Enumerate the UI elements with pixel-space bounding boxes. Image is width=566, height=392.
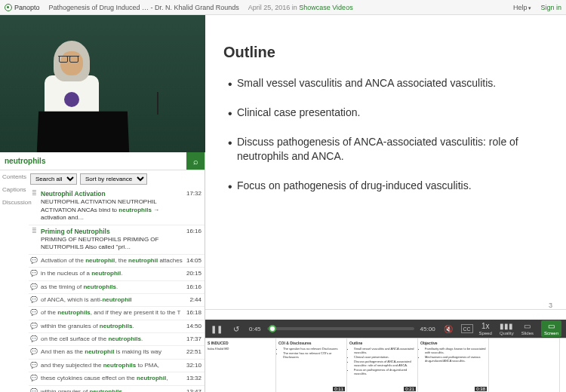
thumbnail[interactable]: S INDUCEDhaba Khalid MD [205,338,276,392]
help-menu[interactable]: Help [513,4,531,11]
slides-control[interactable]: ▭Slides [521,322,534,335]
speaker-video[interactable] [0,15,205,152]
thumbnail[interactable]: COI & DisclosuresThe speaker has no rele… [276,338,347,392]
slide-thumbnails[interactable]: S INDUCEDhaba Khalid MDCOI & Disclosures… [205,338,566,392]
caption-icon: 💬 [30,309,38,317]
thumbnail[interactable]: ObjectiveFamiliarity with drugs known to… [418,338,489,392]
search-result[interactable]: 💬as the timing of neutrophils.16:16 [29,281,205,294]
caption-icon: 💬 [30,375,38,382]
search-result[interactable]: 💬and they subjected the neutrophils to P… [29,360,205,372]
bars-icon: ▮▮▮ [500,322,513,330]
search-result[interactable]: 💬in the nucleus of a neutrophil.20:15 [29,268,205,280]
quality-control[interactable]: ▮▮▮Quality [500,322,514,335]
total-time: 45:00 [420,326,435,332]
right-panel: Outline Small vessel vasculitis and ANCA… [205,15,566,392]
volume-button[interactable]: 🔇 [441,322,455,335]
signin-link[interactable]: Sign in [540,4,561,11]
header-bar: Panopto Pathogenesis of Drug Induced … -… [0,0,566,15]
seek-thumb[interactable] [269,325,276,332]
back10-button[interactable]: ↺ [229,322,243,335]
search-result[interactable]: 💬within the granules of neutrophils.14:5… [29,320,205,333]
sort-select[interactable]: Sort by relevance [80,173,147,185]
seek-bar[interactable] [267,327,414,330]
tab-contents[interactable]: Contents [0,173,29,180]
search-row: ⌕ [0,152,205,170]
tab-captions[interactable]: Captions [0,186,29,193]
caption-icon: 💬 [30,283,38,291]
slide-bullet: Small vessel vasculitis and ANCA associa… [223,76,548,90]
slide-bullet: Clinical case presentation. [223,106,548,120]
search-scope-select[interactable]: Search all [30,173,77,185]
search-result[interactable]: 💬on the cell surface of the neutrophils.… [29,333,205,346]
caption-icon: 💬 [30,388,38,392]
brand-logo[interactable]: Panopto [5,4,40,11]
left-panel: ⌕ Contents Captions Discussion Search al… [0,15,205,392]
slide-bullet: Focus on pathogenesis of drug-induced va… [223,179,548,193]
caption-icon: 💬 [30,270,38,277]
search-result[interactable]: 💬of the neutrophils, and if they are pre… [29,307,205,320]
slide-bullets: Small vessel vasculitis and ANCA associa… [223,76,548,192]
slides-icon: ▭ [524,322,531,330]
slide-view[interactable]: Outline Small vessel vasculitis and ANCA… [205,15,566,320]
recording-date: April 25, 2016 in Showcase Videos [248,4,353,11]
screen-control[interactable]: ▭Screen [541,320,561,337]
thumbnail[interactable]: OutlineSmall vessel vasculitis and ANCA … [347,338,418,392]
search-icon: ⌕ [193,157,198,166]
main-area: ⌕ Contents Captions Discussion Search al… [0,15,566,392]
caption-icon: 💬 [30,348,38,356]
side-tabs: Contents Captions Discussion [0,170,29,392]
slide-icon: ≣ [30,228,38,252]
pause-button[interactable]: ❚❚ [210,322,223,335]
caption-icon: 💬 [30,362,38,369]
search-button[interactable]: ⌕ [186,152,205,170]
caption-icon: 💬 [30,323,38,330]
filter-row: Search all Sort by relevance [29,170,205,188]
current-time: 0:45 [249,326,261,332]
brand-text: Panopto [14,4,40,11]
panopto-icon [5,4,12,11]
search-result[interactable]: 💬And then as the neutrophil is making it… [29,346,205,359]
slide-icon: ≣ [30,190,38,222]
search-results[interactable]: ≣Neutrophil ActivationNEUTROPHIL ACTIVAT… [29,188,205,392]
search-input[interactable] [0,152,186,170]
caption-icon: 💬 [30,296,38,304]
caption-icon: 💬 [30,257,38,265]
thumbnail[interactable] [489,338,560,392]
page-title: Pathogenesis of Drug Induced … - Dr. N. … [49,4,239,11]
player-controls: ❚❚ ↺ 0:45 45:00 🔇 CC 1xSpeed ▮▮▮Quality … [205,320,566,338]
top-result[interactable]: ≣Priming of NeutrophilsPRIMING OF NEUTRO… [29,225,205,255]
tab-discussion[interactable]: Discussion [0,199,29,206]
slide-title: Outline [223,44,548,61]
search-result[interactable]: 💬within granules of neutrophils.13:47 [29,386,205,392]
search-result[interactable]: 💬of ANCA, which is anti-neutrophil2:44 [29,294,205,307]
showcase-link[interactable]: Showcase Videos [299,4,352,11]
slide-bullet: Discuss pathogenesis of ANCA-associated … [223,135,548,164]
speed-control[interactable]: 1xSpeed [479,322,492,335]
screen-icon: ▭ [548,322,555,330]
top-result[interactable]: ≣Neutrophil ActivationNEUTROPHIL ACTIVAT… [29,188,205,225]
slide-number: 3 [549,302,552,309]
search-result[interactable]: 💬Activation of the neutrophil, the neutr… [29,255,205,268]
cc-button[interactable]: CC [461,324,473,333]
search-result[interactable]: 💬these cytokines cause effect on the neu… [29,372,205,385]
caption-icon: 💬 [30,335,38,343]
